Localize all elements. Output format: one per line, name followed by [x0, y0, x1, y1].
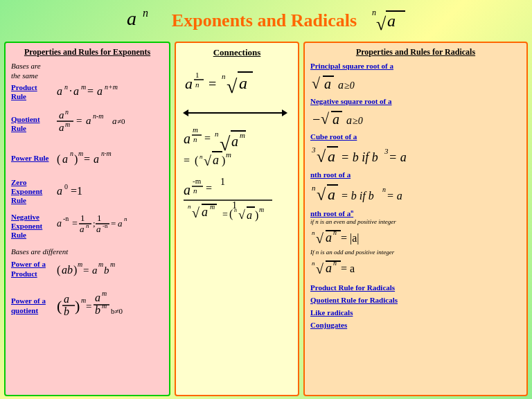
conjugates-row: Conjugates	[310, 321, 521, 329]
svg-text:n: n	[333, 259, 337, 267]
zero-exponent-formula: a 0 =1	[55, 181, 111, 203]
product-rule-formula: a n · a m = a n+m	[55, 81, 139, 103]
quotient-rule-formula: a n a m = a n-m a ≠0	[55, 109, 139, 139]
connection-formula-2: a m n = n √ a m = ( n √ a ) m	[182, 121, 292, 172]
quotient-rule-label[interactable]: Quotient Rule	[11, 115, 51, 133]
product-radical-row: Product Rule for Radicals	[310, 283, 521, 292]
svg-text:n: n	[143, 7, 148, 19]
like-radicals-label[interactable]: Like radicals	[310, 308, 521, 317]
svg-text:≥0: ≥0	[344, 80, 355, 91]
svg-text:m: m	[193, 125, 198, 134]
svg-text:m: m	[259, 206, 264, 213]
svg-text:a: a	[57, 185, 62, 197]
page-title: Exponents and Radicals	[172, 10, 357, 31]
svg-text:n: n	[195, 80, 200, 89]
zero-exponent-rule-row: Zero Exponent Rule a 0 =1	[11, 178, 163, 206]
nth-root-an-label[interactable]: nth root of an	[310, 209, 521, 218]
principal-sqrt-formula: √ a a ≥0	[310, 71, 521, 93]
svg-text:a: a	[59, 109, 64, 121]
svg-text:a: a	[86, 115, 91, 126]
svg-text:a: a	[213, 153, 219, 167]
svg-text:n: n	[64, 83, 68, 91]
cube-root-label[interactable]: Cube root of a	[310, 132, 521, 141]
connections-panel: Connections a 1 n = n √ a	[175, 42, 299, 396]
svg-text:-m: -m	[193, 177, 202, 185]
svg-text:a: a	[112, 116, 117, 126]
svg-text:n: n	[312, 260, 315, 267]
negative-sqrt-row: Negative square root of a − √ a a ≥0	[310, 97, 521, 128]
svg-text:b: b	[95, 304, 100, 316]
svg-text:√: √	[192, 205, 200, 220]
quotient-radical-label[interactable]: Quotient Rule for Radicals	[310, 296, 521, 304]
svg-text:-n: -n	[103, 222, 108, 229]
svg-text:m: m	[226, 150, 231, 159]
power-quotient-formula: ( a b ) m = a m b m b≠0	[55, 287, 145, 325]
product-rule-row: Product Rule a n · a m = a n+m	[11, 81, 163, 103]
svg-text:n: n	[65, 109, 69, 116]
svg-text:=: =	[111, 218, 116, 229]
power-quotient-label[interactable]: Power of a quotient	[11, 296, 51, 314]
product-rule-label[interactable]: Product Rule	[11, 83, 51, 101]
svg-text:): )	[255, 209, 258, 222]
radicals-panel: Properties and Rules for Radicals Princi…	[303, 42, 528, 396]
even-integer-note: if n is an even and positive integer	[310, 218, 521, 225]
svg-text:): )	[75, 297, 80, 314]
negative-sqrt-label[interactable]: Negative square root of a	[310, 97, 521, 105]
nth-root-an-content: if n is an even and positive integer n √…	[310, 218, 521, 279]
quotient-rule-row: Quotient Rule a n a m = a n-m a ≠0	[11, 109, 163, 139]
svg-text:=: =	[87, 85, 94, 97]
svg-text:√: √	[227, 76, 238, 97]
svg-text:=: =	[222, 209, 228, 220]
svg-text:): )	[73, 264, 77, 276]
svg-text:3: 3	[311, 145, 316, 154]
power-product-label[interactable]: Power of a Product	[11, 260, 51, 278]
svg-text:√: √	[321, 110, 330, 127]
bases-same-label-2: the same	[11, 71, 163, 80]
svg-text:n: n	[200, 153, 203, 160]
svg-text:= b if b: = b if b	[341, 190, 374, 202]
svg-text:=: =	[84, 153, 90, 165]
negative-exponent-formula: a -n = 1 a n ; 1 a -n = a n	[55, 211, 145, 242]
svg-text:n: n	[312, 229, 315, 236]
svg-text:n: n	[193, 186, 197, 195]
svg-text:=: =	[72, 218, 78, 229]
svg-text:≥0: ≥0	[353, 116, 363, 126]
svg-text:√: √	[204, 153, 211, 168]
power-rule-formula: ( a n ) m = a n·m	[55, 145, 135, 172]
svg-text:√: √	[317, 186, 326, 204]
product-radical-label[interactable]: Product Rule for Radicals	[310, 283, 521, 292]
main-content: Properties and Rules for Exponents Bases…	[0, 39, 532, 399]
svg-text:=: =	[83, 265, 89, 276]
svg-text:a: a	[96, 224, 101, 234]
svg-text:b: b	[104, 265, 109, 276]
conjugates-label[interactable]: Conjugates	[310, 321, 521, 329]
svg-text:=: =	[204, 132, 211, 144]
cube-root-row: Cube root of a 3 √ a = b if b 3 = a	[310, 132, 521, 166]
nth-root-label[interactable]: nth root of a	[310, 170, 521, 179]
zero-exponent-rule-label[interactable]: Zero Exponent Rule	[11, 178, 51, 206]
svg-text:a: a	[231, 134, 238, 149]
bases-different-label: Bases are different	[11, 247, 163, 256]
power-rule-label[interactable]: Power Rule	[11, 154, 51, 163]
svg-text:a: a	[247, 209, 252, 221]
svg-text:m: m	[210, 203, 215, 211]
svg-text:= b if b: = b if b	[341, 150, 378, 164]
svg-text:=: =	[184, 154, 190, 166]
svg-text:a: a	[326, 231, 332, 245]
svg-text:= a: = a	[389, 150, 407, 164]
principal-sqrt-label[interactable]: Principal square root of a	[310, 62, 521, 70]
svg-text:a: a	[62, 153, 68, 165]
page-header: a n Exponents and Radicals n √ a	[0, 0, 532, 39]
svg-text:1: 1	[220, 177, 225, 187]
svg-marker-82	[183, 109, 188, 116]
svg-text:-n: -n	[63, 215, 69, 222]
principal-sqrt-row: Principal square root of a √ a a ≥0	[310, 62, 521, 93]
svg-text:a: a	[239, 74, 247, 92]
svg-text:√: √	[312, 75, 321, 92]
svg-text:a: a	[95, 292, 100, 303]
svg-text:a: a	[184, 131, 190, 146]
svg-text:3: 3	[384, 147, 389, 155]
negative-exponent-rule-label[interactable]: Negative Exponent Rule	[11, 213, 51, 240]
svg-text:a: a	[73, 85, 79, 97]
svg-text:a: a	[57, 218, 62, 229]
